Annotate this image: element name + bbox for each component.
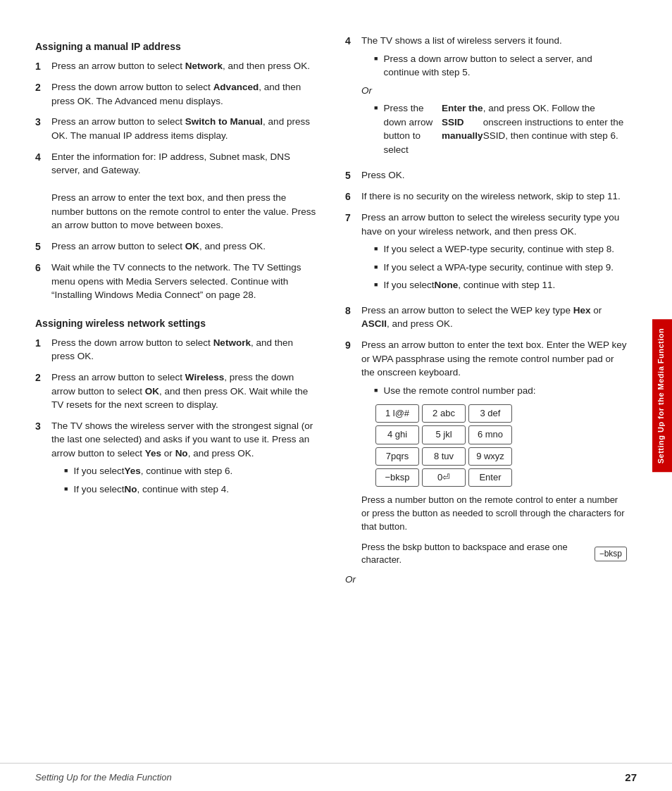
- keypad-grid: 1 l@# 2 abc 3 def 4 ghi 5 jkl 6 mno 7pqr…: [375, 404, 627, 487]
- step-6-text: Wait while the TV connects to the networ…: [51, 261, 317, 302]
- bullet-item: Press the down arrow button to select En…: [374, 101, 627, 156]
- wireless-step-3-text: The TV shows the wireless server with th…: [51, 419, 317, 501]
- step-1-text: Press an arrow button to select Network,…: [51, 59, 317, 73]
- step-3-num: 3: [35, 115, 48, 142]
- key-enter: Enter: [468, 468, 512, 487]
- step-4: 4 Enter the information for: IP address,…: [35, 150, 317, 232]
- key-9: 9 wxyz: [468, 447, 512, 466]
- step-3-text: Press an arrow button to select Switch t…: [51, 115, 317, 142]
- bksp-note-text: Press the bskp button to backspace and e…: [361, 541, 590, 568]
- bullet-item: If you select a WEP-type security, conti…: [374, 242, 627, 256]
- wireless-step-2: 2 Press an arrow button to select Wirele…: [35, 370, 317, 412]
- step-2-num: 2: [35, 80, 48, 108]
- wireless-step-2-text: Press an arrow button to select Wireless…: [51, 370, 317, 412]
- right-column: 4 The TV shows a list of wireless server…: [331, 21, 648, 770]
- right-step-4-bullets-2: Press the down arrow button to select En…: [374, 101, 627, 156]
- key-4: 4 ghi: [375, 425, 419, 444]
- right-step-8: 8 Press an arrow button to select the WE…: [345, 304, 627, 331]
- right-step-4: 4 The TV shows a list of wireless server…: [345, 34, 627, 161]
- key-0: 0⏎: [422, 468, 466, 487]
- page: Assigning a manual IP address 1 Press an…: [0, 0, 672, 791]
- step-5: 5 Press an arrow button to select OK, an…: [35, 239, 317, 254]
- right-step-9-num: 9: [345, 338, 358, 567]
- bullet-item: If you select No, continue with step 4.: [64, 482, 317, 497]
- key-3: 3 def: [468, 404, 512, 423]
- wireless-step-1-text: Press the down arrow button to select Ne…: [51, 336, 317, 363]
- right-step-9-text: Press an arrow button to enter the text …: [361, 338, 627, 567]
- page-number: 27: [625, 771, 637, 783]
- section2-title: Assigning wireless network settings: [35, 318, 317, 329]
- key-6: 6 mno: [468, 425, 512, 444]
- key-8: 8 tuv: [422, 447, 466, 466]
- right-step-6-text: If there is no security on the wireless …: [361, 189, 627, 204]
- wireless-step-2-num: 2: [35, 370, 48, 412]
- right-step-8-num: 8: [345, 304, 358, 331]
- step-3: 3 Press an arrow button to select Switch…: [35, 115, 317, 142]
- step-4-text: Enter the information for: IP address, S…: [51, 150, 317, 232]
- right-step-6: 6 If there is no security on the wireles…: [345, 189, 627, 204]
- section-manual-ip: Assigning a manual IP address 1 Press an…: [35, 41, 317, 302]
- bullet-item: If you select Yes, continue with step 6.: [64, 464, 317, 478]
- step-2-text: Press the down arrow button to select Ad…: [51, 80, 317, 108]
- key-2: 2 abc: [422, 404, 466, 423]
- step-1-num: 1: [35, 59, 48, 73]
- or-text-bottom: Or: [345, 574, 627, 585]
- key-1: 1 l@#: [375, 404, 419, 423]
- bullet-item: If you select a WPA-type security, conti…: [374, 261, 627, 275]
- right-step-9-bullets: Use the remote control number pad:: [374, 384, 627, 398]
- step-6: 6 Wait while the TV connects to the netw…: [35, 261, 317, 302]
- right-step-7-text: Press an arrow button to select the wire…: [361, 211, 627, 297]
- wireless-step-1-num: 1: [35, 336, 48, 363]
- section-wireless: Assigning wireless network settings 1 Pr…: [35, 318, 317, 501]
- right-step-9: 9 Press an arrow button to enter the tex…: [345, 338, 627, 567]
- right-step-5: 5 Press OK.: [345, 168, 627, 182]
- footer-bar: Setting Up for the Media Function 27: [0, 763, 672, 791]
- key-7: 7pqrs: [375, 447, 419, 466]
- right-step-6-num: 6: [345, 189, 358, 204]
- bullet-item: Use the remote control number pad:: [374, 384, 627, 398]
- wireless-step-3-num: 3: [35, 419, 48, 501]
- bksp-note: Press the bskp button to backspace and e…: [361, 541, 627, 568]
- key-bksp: −bksp: [375, 468, 419, 487]
- right-step-4-text: The TV shows a list of wireless servers …: [361, 34, 627, 161]
- bksp-key-inline: −bksp: [595, 547, 627, 561]
- right-step-7-bullets: If you select a WEP-type security, conti…: [374, 242, 627, 292]
- step-2: 2 Press the down arrow button to select …: [35, 80, 317, 108]
- step-4-num: 4: [35, 150, 48, 232]
- left-column: Assigning a manual IP address 1 Press an…: [0, 21, 331, 770]
- wireless-step-1: 1 Press the down arrow button to select …: [35, 336, 317, 363]
- section1-title: Assigning a manual IP address: [35, 41, 317, 52]
- main-content: Assigning a manual IP address 1 Press an…: [0, 0, 672, 791]
- wireless-step-3-bullets: If you select Yes, continue with step 6.…: [64, 464, 317, 496]
- right-step-8-text: Press an arrow button to select the WEP …: [361, 304, 627, 331]
- right-step-5-num: 5: [345, 168, 358, 182]
- step-1: 1 Press an arrow button to select Networ…: [35, 59, 317, 73]
- right-step-7-num: 7: [345, 211, 358, 297]
- right-step-5-text: Press OK.: [361, 168, 627, 182]
- or-text-1: Or: [361, 84, 627, 98]
- step-5-num: 5: [35, 239, 48, 254]
- footer-title: Setting Up for the Media Function: [35, 772, 172, 783]
- bullet-item: If you select None, continue with step 1…: [374, 278, 627, 292]
- step-5-text: Press an arrow button to select OK, and …: [51, 239, 317, 254]
- right-step-4-num: 4: [345, 34, 358, 161]
- side-tab: Setting Up for the Media Function: [652, 319, 672, 472]
- keypad-note: Press a number button on the remote cont…: [361, 494, 627, 534]
- key-5: 5 jkl: [422, 425, 466, 444]
- bullet-item: Press a down arrow button to select a se…: [374, 52, 627, 80]
- step-6-num: 6: [35, 261, 48, 302]
- right-step-4-bullets: Press a down arrow button to select a se…: [374, 52, 627, 80]
- right-step-7: 7 Press an arrow button to select the wi…: [345, 211, 627, 297]
- wireless-step-3: 3 The TV shows the wireless server with …: [35, 419, 317, 501]
